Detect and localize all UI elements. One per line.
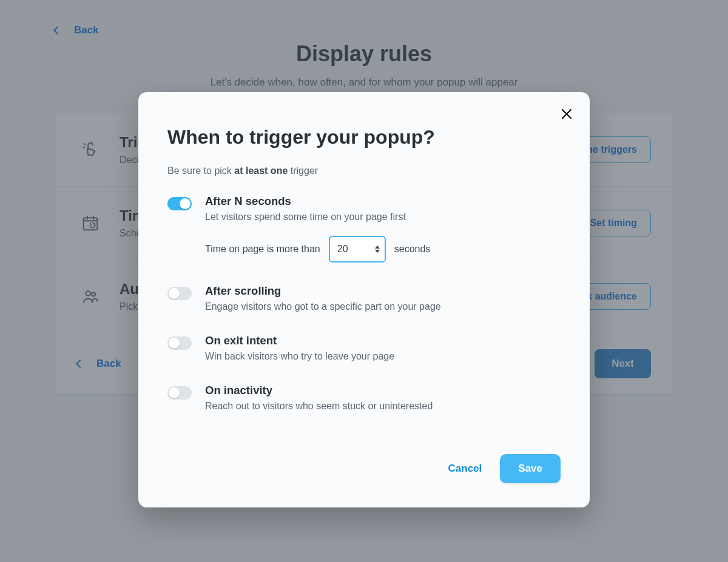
cancel-button[interactable]: Cancel — [448, 463, 482, 475]
toggle-after-seconds[interactable] — [167, 197, 192, 210]
option-title: On exit intent — [205, 334, 394, 347]
option-title: After scrolling — [205, 284, 441, 298]
option-inactivity: On inactivity Reach out to visitors who … — [167, 384, 561, 412]
option-desc: Engage visitors who got to a specific pa… — [205, 301, 441, 312]
seconds-row: Time on page is more than 20 seconds — [205, 236, 430, 263]
trigger-modal: When to trigger your popup? Be sure to p… — [138, 92, 590, 507]
option-desc: Win back visitors who try to leave your … — [205, 351, 394, 362]
step-down-button[interactable] — [375, 250, 380, 253]
modal-title: When to trigger your popup? — [167, 126, 561, 149]
toggle-after-scrolling[interactable] — [167, 287, 192, 300]
option-title: After N seconds — [205, 195, 430, 208]
stepper-icon — [375, 246, 380, 253]
option-desc: Let visitors spend some time on your pag… — [205, 212, 430, 222]
seconds-input[interactable]: 20 — [329, 236, 386, 263]
step-up-button[interactable] — [375, 246, 380, 249]
seconds-value: 20 — [337, 244, 348, 255]
modal-footer: Cancel Save — [167, 454, 561, 483]
close-button[interactable] — [558, 105, 575, 122]
save-button[interactable]: Save — [500, 454, 561, 483]
option-after-seconds: After N seconds Let visitors spend some … — [167, 195, 561, 263]
seconds-post: seconds — [394, 244, 431, 255]
option-after-scrolling: After scrolling Engage visitors who got … — [167, 284, 561, 312]
toggle-inactivity[interactable] — [167, 386, 192, 400]
option-exit-intent: On exit intent Win back visitors who try… — [167, 334, 561, 362]
toggle-exit-intent[interactable] — [167, 336, 192, 350]
option-title: On inactivity — [205, 384, 433, 397]
option-desc: Reach out to visitors who seem stuck or … — [205, 401, 433, 412]
modal-subtitle: Be sure to pick at least one trigger — [167, 166, 561, 176]
close-icon — [561, 109, 572, 119]
seconds-pre: Time on page is more than — [205, 244, 320, 255]
